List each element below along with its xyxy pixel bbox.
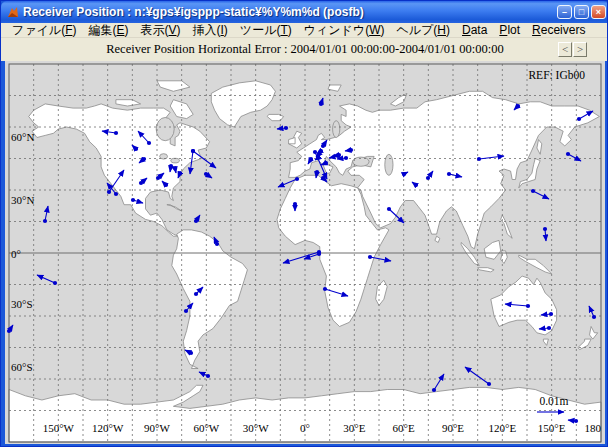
toolbar: Receiver Position Horizontal Error : 200… — [1, 38, 608, 61]
prev-button[interactable]: < — [558, 42, 572, 57]
station-dot — [131, 198, 135, 202]
station-dot — [284, 126, 288, 130]
lon-axis-label: 150°E — [538, 422, 566, 434]
menu-item-w[interactable]: ウィンドウ(W) — [298, 22, 391, 39]
menu-item-v[interactable]: 表示(V) — [134, 22, 186, 39]
station-dot — [191, 149, 195, 153]
station-dot — [324, 161, 328, 165]
station-dot — [321, 176, 325, 180]
station-dot — [189, 351, 193, 355]
inland-sea — [156, 118, 174, 141]
minimize-button[interactable]: – — [557, 5, 572, 19]
app-window: Receiver Position : n:¥gps¥igsppp-static… — [0, 0, 608, 447]
station-dot — [426, 176, 430, 180]
station-dot — [543, 227, 547, 231]
station-dot — [194, 219, 198, 223]
map-area: 150°W120°W90°W60°W30°W0°30°E60°E90°E120°… — [5, 61, 605, 444]
station-dot — [206, 374, 210, 378]
station-dot — [169, 164, 173, 168]
window-title: Receiver Position : n:¥gps¥igsppp-static… — [23, 5, 551, 19]
world-map-svg: 150°W120°W90°W60°W30°W0°30°E60°E90°E120°… — [5, 61, 605, 444]
station-dot — [349, 148, 353, 152]
menu-item-e[interactable]: 編集(E) — [82, 22, 134, 39]
station-dot — [293, 202, 297, 206]
lat-axis-label: 0° — [11, 248, 21, 260]
lon-axis-label: 180 — [585, 422, 602, 434]
station-dot — [173, 166, 177, 170]
window-controls: – □ × — [555, 5, 606, 19]
station-dot — [134, 147, 138, 151]
station-dot — [295, 177, 299, 181]
plot-title: Receiver Position Horizontal Error : 200… — [1, 38, 608, 61]
menu-item-p[interactable]: Plot — [493, 23, 526, 37]
menubar: ファイル(F)編集(E)表示(V)挿入(I)ツール(T)ウィンドウ(W)ヘルプ(… — [1, 23, 608, 38]
menu-item-f[interactable]: ファイル(F) — [6, 22, 82, 39]
lat-axis-label: 60°S — [11, 361, 33, 373]
station-dot — [317, 152, 321, 156]
station-dot — [43, 219, 47, 223]
lat-axis-label: 30°S — [11, 298, 33, 310]
station-dot — [142, 157, 146, 161]
lon-axis-label: 60°W — [193, 422, 219, 434]
station-dot — [566, 152, 570, 156]
lon-axis-label: 120°W — [92, 422, 124, 434]
station-dot — [387, 207, 391, 211]
station-dot — [139, 181, 143, 185]
matlab-icon — [6, 5, 20, 19]
station-dot — [313, 150, 317, 154]
station-dot — [516, 104, 520, 108]
inland-sea — [385, 154, 393, 175]
station-dot — [526, 304, 530, 308]
inland-sea — [171, 158, 180, 163]
lon-axis-label: 30°E — [343, 422, 365, 434]
station-dot — [156, 176, 160, 180]
close-button[interactable]: × — [591, 5, 606, 19]
station-dot — [477, 157, 481, 161]
station-dot — [368, 255, 372, 259]
lon-axis-label: 0° — [300, 422, 310, 434]
station-dot — [547, 326, 551, 330]
station-dot — [549, 312, 553, 316]
station-dot — [147, 141, 151, 145]
menu-item-i[interactable]: 挿入(I) — [187, 22, 234, 39]
lon-axis-label: 90°W — [144, 422, 170, 434]
lat-axis-label: 30°N — [11, 194, 34, 206]
station-dot — [432, 388, 436, 392]
station-dot — [107, 190, 111, 194]
inland-sea — [333, 121, 340, 138]
menu-item-h[interactable]: ヘルプ(H) — [390, 22, 456, 39]
station-dot — [592, 315, 596, 319]
station-dot — [204, 172, 208, 176]
station-dot — [184, 309, 188, 313]
next-button[interactable]: > — [573, 42, 587, 57]
lon-axis-label: 60°E — [393, 422, 415, 434]
station-dot — [215, 242, 219, 246]
titlebar[interactable]: Receiver Position : n:¥gps¥igsppp-static… — [1, 1, 608, 23]
lon-axis-label: 30°W — [243, 422, 269, 434]
station-dot — [7, 329, 11, 333]
menu-item-r[interactable]: Receivers — [526, 23, 591, 37]
ref-label: REF: IGb00 — [528, 69, 585, 81]
menu-item-d[interactable]: Data — [456, 23, 493, 37]
station-dot — [164, 183, 168, 187]
lat-axis-label: 60°N — [11, 131, 34, 143]
lon-axis-label: 150°W — [43, 422, 75, 434]
station-dot — [574, 419, 578, 423]
station-dot — [414, 183, 418, 187]
station-dot — [315, 170, 319, 174]
station-dot — [323, 287, 327, 291]
station-dot — [309, 157, 313, 161]
station-dot — [531, 189, 535, 193]
maximize-button[interactable]: □ — [574, 5, 589, 19]
time-nav: < > — [557, 42, 587, 57]
station-dot — [344, 156, 348, 160]
menu-item-t[interactable]: ツール(T) — [234, 22, 298, 39]
lon-axis-label: 120°E — [489, 422, 517, 434]
station-dot — [402, 172, 406, 176]
station-dot — [319, 102, 323, 106]
station-dot — [577, 117, 581, 121]
station-dot — [194, 292, 198, 296]
scale-label: 0.01m — [532, 395, 576, 407]
station-dot — [447, 172, 451, 176]
station-dot — [321, 144, 325, 148]
